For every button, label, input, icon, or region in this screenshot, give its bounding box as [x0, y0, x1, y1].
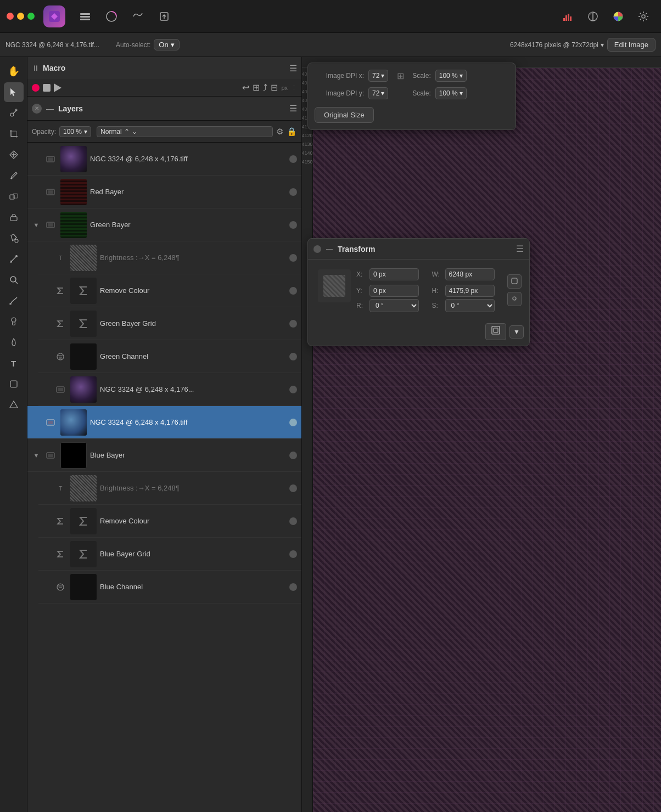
transform-minimize-button[interactable]: —: [326, 245, 333, 253]
vector-tool[interactable]: [4, 395, 24, 415]
transform-chevron-button[interactable]: ▼: [509, 325, 524, 339]
smudge-tool[interactable]: [4, 291, 24, 311]
scale-x-dropdown[interactable]: 100 % ▾: [435, 70, 467, 82]
layers-minimize-button[interactable]: —: [45, 104, 55, 114]
canvas-area[interactable]: 4050 4060 4070 4080 4090 4100 4110 4120 …: [302, 57, 661, 812]
develop-toolbar-btn[interactable]: [127, 5, 149, 27]
original-size-button[interactable]: Original Size: [315, 107, 374, 123]
transform-size-button[interactable]: [485, 323, 506, 340]
liquify-tool[interactable]: [4, 332, 24, 352]
layer-visibility-toggle[interactable]: [289, 484, 297, 492]
layer-item[interactable]: Blue Bayer Grid: [38, 538, 301, 571]
macro-menu-button[interactable]: ☰: [289, 63, 297, 74]
export-toolbar-btn[interactable]: [153, 5, 175, 27]
transform-chain-top-button[interactable]: [507, 274, 522, 289]
transform-chain-bottom-button[interactable]: [507, 292, 522, 306]
layer-visibility-toggle[interactable]: [289, 419, 297, 426]
layer-visibility-toggle[interactable]: [289, 583, 297, 591]
layer-item[interactable]: Blue Channel: [38, 571, 301, 604]
transform-y-input[interactable]: [369, 285, 419, 297]
adjustments-toolbar-btn[interactable]: [100, 5, 122, 27]
layer-expand-button[interactable]: ▼: [32, 451, 41, 460]
zoom-tool[interactable]: [4, 270, 24, 290]
fill-tool[interactable]: [4, 228, 24, 248]
text-tool[interactable]: T: [4, 353, 24, 373]
autoselect-dropdown[interactable]: On ▾: [154, 39, 179, 50]
layer-visibility-toggle[interactable]: [289, 353, 297, 360]
crop-tool[interactable]: [4, 124, 24, 144]
layer-expand-button[interactable]: ▼: [32, 221, 41, 229]
layer-item[interactable]: Green Channel: [38, 340, 301, 373]
layer-visibility-toggle[interactable]: [289, 188, 297, 196]
macro-export-btn[interactable]: ⤴: [263, 83, 267, 93]
layers-gear-button[interactable]: ⚙: [276, 127, 283, 137]
layer-item[interactable]: NGC 3324 @ 6,248 x 4,176...: [38, 373, 301, 406]
clone-tool[interactable]: [4, 187, 24, 206]
minimize-window-button[interactable]: [17, 13, 24, 20]
layer-visibility-toggle[interactable]: [289, 254, 297, 262]
settings-btn[interactable]: [632, 5, 654, 27]
scale-y-dropdown[interactable]: 100 % ▾: [435, 87, 467, 99]
layer-visibility-toggle[interactable]: [289, 155, 297, 163]
layer-visibility-toggle[interactable]: [289, 320, 297, 328]
transform-h-input[interactable]: [445, 285, 495, 297]
layer-item[interactable]: ▼ Green Bayer: [27, 208, 301, 241]
pen-tool[interactable]: [4, 249, 24, 269]
layer-visibility-toggle[interactable]: [289, 517, 297, 525]
layer-visibility-toggle[interactable]: [289, 287, 297, 295]
macro-add-btn[interactable]: ⊞: [253, 82, 260, 93]
autoselect-label: Auto-select:: [116, 41, 150, 49]
transform-w-input[interactable]: [445, 268, 495, 280]
blend-mode-dropdown[interactable]: Normal ⌃ ⌄: [97, 126, 273, 137]
layers-toolbar-btn[interactable]: [74, 5, 96, 27]
transform-close-button[interactable]: [313, 245, 321, 253]
shape-tool[interactable]: [4, 374, 24, 394]
layers-lock-button[interactable]: 🔒: [287, 127, 297, 137]
layer-name: Blue Bayer Grid: [100, 550, 286, 558]
erase-tool[interactable]: [4, 207, 24, 227]
macro-play-btn[interactable]: [54, 83, 61, 92]
macro-more-btn[interactable]: ⊟: [271, 82, 278, 93]
fullscreen-window-button[interactable]: [27, 13, 35, 20]
healing-tool[interactable]: [4, 145, 24, 165]
transform-s-dropdown[interactable]: 0 °: [445, 299, 495, 312]
layer-item-selected[interactable]: NGC 3324 @ 6,248 x 4,176.tiff: [27, 406, 301, 439]
edit-image-button[interactable]: Edit Image: [607, 38, 656, 52]
layer-visibility-toggle[interactable]: [289, 550, 297, 558]
dodge-tool[interactable]: [4, 312, 24, 331]
opacity-dropdown[interactable]: 100 % ▾: [59, 126, 91, 137]
histogram-btn[interactable]: [557, 5, 579, 27]
macro-stop-btn[interactable]: [43, 84, 51, 92]
layer-item[interactable]: Remove Colour: [38, 505, 301, 538]
eyedropper-tool[interactable]: [4, 103, 24, 123]
dpi-y-input[interactable]: 72 ▾: [368, 87, 388, 99]
layer-item[interactable]: Green Bayer Grid: [38, 307, 301, 340]
split-view-btn[interactable]: [582, 5, 604, 27]
transform-menu-button[interactable]: ☰: [516, 244, 524, 254]
close-window-button[interactable]: [7, 13, 14, 20]
macro-record-btn[interactable]: [32, 84, 40, 92]
layers-close-button[interactable]: ✕: [32, 104, 42, 114]
layer-item[interactable]: Remove Colour: [38, 274, 301, 307]
layers-list[interactable]: NGC 3324 @ 6,248 x 4,176.tiff Red Bayer: [27, 143, 301, 812]
color-wheel-btn[interactable]: [607, 5, 629, 27]
hand-tool[interactable]: ✋: [4, 61, 24, 81]
transform-w-label: W:: [432, 270, 443, 278]
brush-tool[interactable]: [4, 166, 24, 185]
layer-item[interactable]: NGC 3324 @ 6,248 x 4,176.tiff: [27, 143, 301, 176]
layer-visibility-toggle[interactable]: [289, 386, 297, 393]
layer-visibility-toggle[interactable]: [289, 221, 297, 229]
layer-item[interactable]: Red Bayer: [27, 176, 301, 208]
transform-r-dropdown[interactable]: 0 °: [369, 299, 419, 312]
second-toolbar: NGC 3324 @ 6,248 x 4,176.tif... Auto-sel…: [0, 33, 661, 57]
dpi-x-input[interactable]: 72 ▾: [368, 70, 388, 82]
layer-item[interactable]: T Brightness :→X = 6,248¶: [38, 472, 301, 505]
select-tool[interactable]: [4, 82, 24, 102]
layers-menu-button[interactable]: ☰: [289, 103, 297, 114]
chain-icon: ⊞: [395, 71, 406, 81]
transform-x-input[interactable]: [369, 268, 419, 280]
layer-visibility-toggle[interactable]: [289, 452, 297, 459]
layer-item[interactable]: ▼ Blue Bayer: [27, 439, 301, 472]
macro-undo-btn[interactable]: ↩: [242, 82, 249, 93]
layer-item[interactable]: T Brightness :→X = 6,248¶: [38, 241, 301, 274]
